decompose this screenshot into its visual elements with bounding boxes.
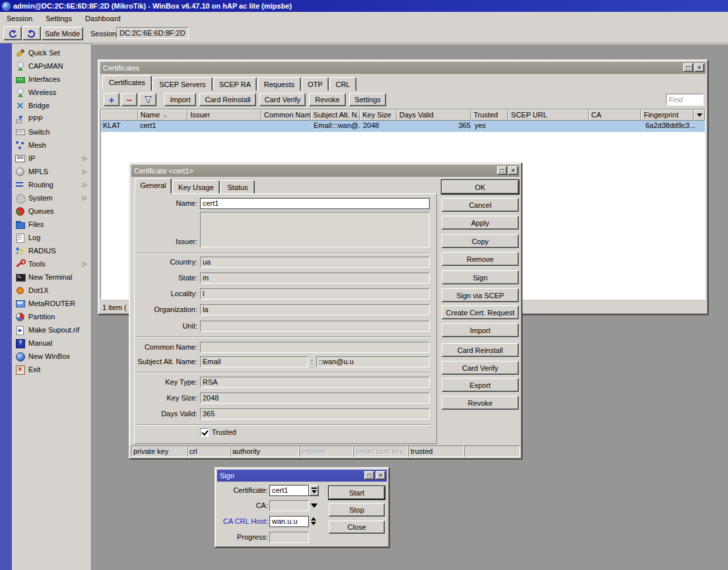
revoke-button[interactable]: Revoke xyxy=(309,93,346,106)
certificate-dropdown-icon[interactable] xyxy=(309,485,319,496)
column-fingerprint[interactable]: Fingerprint xyxy=(641,110,694,121)
column-common-name[interactable]: Common Name xyxy=(261,110,311,121)
import-button[interactable]: Import xyxy=(442,323,519,337)
stop-button[interactable]: Stop xyxy=(329,503,385,517)
sidebar-item-interfaces[interactable]: Interfaces xyxy=(12,73,91,86)
subject-alt-type-field[interactable]: Email xyxy=(200,356,308,367)
progress-field[interactable] xyxy=(269,532,309,543)
issuer-field[interactable] xyxy=(200,212,430,247)
menu-dashboard[interactable]: Dashboard xyxy=(79,13,127,24)
cancel-button[interactable]: Cancel xyxy=(442,198,519,212)
table-row[interactable]: KLAT cert1 Email:::wan@... 2048 365 yes … xyxy=(101,121,705,132)
ca-crl-host-spinner[interactable] xyxy=(311,517,316,525)
maximize-icon[interactable]: □ xyxy=(683,63,693,72)
sidebar-item-routing[interactable]: Routing xyxy=(12,178,91,191)
sidebar-item-dot1x[interactable]: Dot1X xyxy=(12,284,91,297)
close-icon[interactable]: × xyxy=(508,166,518,175)
sidebar-item-ip[interactable]: IP xyxy=(12,152,91,165)
maximize-icon[interactable]: □ xyxy=(364,471,374,480)
state-field[interactable]: m xyxy=(200,272,430,284)
card-verify-button[interactable]: Card Verify xyxy=(259,93,306,106)
sidebar-item-log[interactable]: Log xyxy=(12,231,91,244)
sidebar-item-new-winbox[interactable]: New WinBox xyxy=(12,350,91,363)
subject-alt-value-field[interactable]: ::wan@u.u xyxy=(316,356,430,367)
tab-scep-ra[interactable]: SCEP RA xyxy=(213,77,257,91)
sidebar-item-switch[interactable]: Switch xyxy=(12,125,91,139)
main-title-bar[interactable]: admin@DC:2C:6E:6D:8F:2D (MikroTik) - Win… xyxy=(0,0,728,12)
certificates-window-titlebar[interactable]: Certificates □ × xyxy=(100,62,706,74)
card-reinstall-button[interactable]: Card Reinstall xyxy=(199,93,256,106)
tab-key-usage[interactable]: Key Usage xyxy=(172,180,220,194)
remove-icon[interactable]: − xyxy=(121,93,137,106)
sidebar-item-capsman[interactable]: CAPsMAN xyxy=(12,59,91,73)
ca-combo[interactable] xyxy=(269,500,309,511)
unit-field[interactable] xyxy=(200,321,430,332)
column-name[interactable]: Name xyxy=(138,110,188,121)
certificate-dialog-titlebar[interactable]: Certificate <cert1> □ × xyxy=(131,165,519,177)
key-type-field[interactable]: RSA xyxy=(200,377,430,388)
trusted-checkbox[interactable] xyxy=(200,428,209,437)
start-button[interactable]: Start xyxy=(329,486,385,499)
sidebar-item-mpls[interactable]: MPLS xyxy=(12,165,91,178)
name-field[interactable]: cert1 xyxy=(200,198,430,209)
key-size-field[interactable]: 2048 xyxy=(200,393,430,404)
apply-button[interactable]: Apply xyxy=(442,216,519,230)
sign-dialog-titlebar[interactable]: Sign □ × xyxy=(217,470,387,482)
sign-via-scep-button[interactable]: Sign via SCEP xyxy=(442,288,519,302)
sidebar-item-radius[interactable]: RADIUS xyxy=(12,244,91,257)
maximize-icon[interactable]: □ xyxy=(497,166,507,175)
organization-field[interactable]: la xyxy=(200,304,430,315)
ca-dropdown-icon[interactable] xyxy=(311,503,317,508)
add-icon[interactable]: + xyxy=(104,93,119,106)
sidebar-item-system[interactable]: System xyxy=(12,191,91,205)
find-input[interactable] xyxy=(666,94,704,106)
ok-button[interactable]: OK xyxy=(442,180,519,194)
close-button[interactable]: Close xyxy=(329,521,385,534)
tab-crl[interactable]: CRL xyxy=(329,77,356,91)
sidebar-item-mesh[interactable]: Mesh xyxy=(12,139,91,152)
certificate-combo[interactable]: cert1 xyxy=(269,485,309,496)
remove-button[interactable]: Remove xyxy=(442,252,519,266)
sidebar-item-exit[interactable]: Exit xyxy=(12,363,91,376)
days-valid-field[interactable]: 365 xyxy=(200,408,430,420)
sidebar-item-make-supout[interactable]: Make Supout.rif xyxy=(12,323,91,336)
sidebar-item-quick-set[interactable]: Quick Set xyxy=(12,46,91,59)
sidebar-item-wireless[interactable]: Wireless xyxy=(12,86,91,99)
tab-certificates[interactable]: Certificates xyxy=(102,75,152,91)
column-options-button[interactable] xyxy=(694,110,705,121)
tab-status[interactable]: Status xyxy=(220,180,255,194)
filter-icon[interactable] xyxy=(139,93,156,106)
redo-button[interactable] xyxy=(22,26,41,40)
locality-field[interactable]: l xyxy=(200,288,430,300)
column-subject-alt-name[interactable]: Subject Alt. N... xyxy=(311,110,360,121)
close-icon[interactable]: × xyxy=(376,471,385,480)
menu-session[interactable]: Session xyxy=(0,13,39,24)
column-scep-url[interactable]: SCEP URL xyxy=(508,110,588,121)
export-button[interactable]: Export xyxy=(442,378,519,392)
create-cert-request-button[interactable]: Create Cert. Request xyxy=(442,305,519,319)
card-reinstall-button[interactable]: Card Reinstall xyxy=(442,343,519,357)
sidebar-item-tools[interactable]: Tools xyxy=(12,257,91,270)
undo-button[interactable] xyxy=(3,26,22,40)
sidebar-item-ppp[interactable]: PPP xyxy=(12,112,91,125)
sign-button[interactable]: Sign xyxy=(442,270,519,284)
safe-mode-button[interactable]: Safe Mode xyxy=(42,27,83,40)
column-flags[interactable] xyxy=(101,110,138,121)
copy-button[interactable]: Copy xyxy=(442,234,519,248)
card-verify-button[interactable]: Card Verify xyxy=(442,361,519,375)
column-key-size[interactable]: Key Size xyxy=(360,110,397,121)
session-field[interactable]: DC:2C:6E:6D:8F:2D xyxy=(116,27,189,39)
column-trusted[interactable]: Trusted xyxy=(471,110,509,121)
ca-crl-host-field[interactable]: wan.u.u xyxy=(269,516,309,527)
close-icon[interactable]: × xyxy=(694,63,704,72)
tab-scep-servers[interactable]: SCEP Servers xyxy=(152,77,213,91)
revoke-button[interactable]: Revoke xyxy=(442,396,519,410)
tab-requests[interactable]: Requests xyxy=(257,77,301,91)
common-name-field[interactable] xyxy=(200,342,430,353)
column-ca[interactable]: CA xyxy=(589,110,642,121)
column-issuer[interactable]: Issuer xyxy=(187,110,261,121)
settings-button[interactable]: Settings xyxy=(349,93,386,106)
sidebar-item-new-terminal[interactable]: New Terminal xyxy=(12,270,91,284)
sidebar-item-partition[interactable]: Partition xyxy=(12,310,91,323)
sidebar-item-queues[interactable]: Queues xyxy=(12,205,91,218)
